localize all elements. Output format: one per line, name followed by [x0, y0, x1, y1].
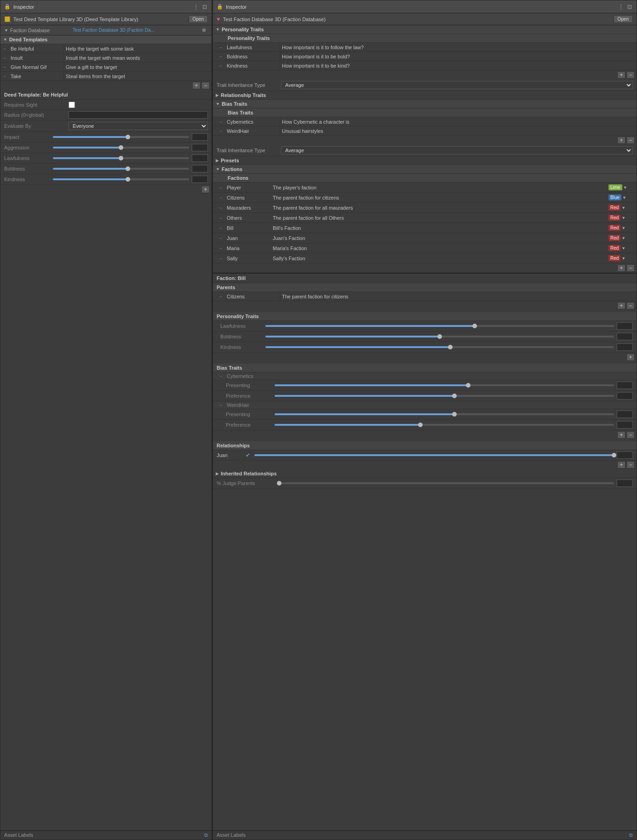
pt-remove-btn[interactable]: − [626, 71, 635, 79]
cybernetics-preference-value[interactable]: 10 [617, 392, 633, 400]
deed-template-add-row: + [0, 185, 212, 194]
deed-template-add-btn[interactable]: + [201, 186, 210, 193]
judge-parents-track[interactable] [279, 482, 614, 484]
faction-row-sally[interactable]: – Sally Sally's Faction Red ▼ [213, 253, 637, 263]
cybernetics-preference-track[interactable] [275, 395, 614, 397]
citizens-color-dropdown[interactable]: ▼ [622, 195, 626, 200]
slider-impact-value[interactable]: 5 [192, 133, 208, 141]
bias-inheritance-label: Trait Inheritance Type [217, 148, 281, 153]
left-window-title: Test Deed Template Library 3D (Deed Temp… [13, 17, 138, 22]
slider-lawfulness-value[interactable]: 0 [192, 154, 208, 162]
rel-check-juan[interactable]: ✔ [244, 451, 252, 459]
faction-row-others[interactable]: – Others The parent faction for all Othe… [213, 213, 637, 223]
others-color-dropdown[interactable]: ▼ [621, 216, 626, 220]
bt-add-btn[interactable]: + [617, 137, 626, 144]
weirdhair-preference-value[interactable]: -27.5 [617, 421, 633, 429]
faction-slider-boldness-track[interactable] [265, 336, 614, 337]
relationship-traits-section[interactable]: ▶ Relationship Traits [213, 91, 637, 100]
presets-section[interactable]: ▶ Presets [213, 156, 637, 165]
left-expand-icon[interactable]: ⊡ [201, 4, 208, 10]
left-open-button[interactable]: Open [189, 15, 208, 23]
faction-row-mauraders[interactable]: – Mauraders The parent faction for all m… [213, 203, 637, 213]
faction-slider-kindness-track[interactable] [265, 346, 614, 348]
parent-row-0[interactable]: – Citizens The parent faction for citize… [213, 292, 637, 301]
factions-subsection: Factions [213, 174, 637, 183]
faction-db-value[interactable]: Test Faction Database 3D (Faction Da... [73, 28, 200, 33]
bt-remove-btn[interactable]: − [626, 137, 635, 144]
faction-row-player[interactable]: – Player The player's faction Lime ▼ [213, 183, 637, 193]
slider-impact-track[interactable] [53, 136, 189, 138]
faction-pt-add-btn[interactable]: + [626, 354, 635, 361]
templates-remove-btn[interactable]: − [201, 82, 210, 89]
template-row-1[interactable]: – Insult Insult the target with mean wor… [0, 53, 212, 63]
slider-kindness-track[interactable] [53, 178, 189, 180]
left-asset-labels-icon[interactable]: ⧉ [204, 832, 208, 838]
faction-row-citizens[interactable]: – Citizens The parent faction for citize… [213, 193, 637, 203]
faction-slider-lawfulness-value[interactable]: 30 [617, 322, 633, 330]
pt-row-2[interactable]: – Kindness How important is it to be kin… [213, 61, 637, 70]
bias-inheritance-select[interactable]: Average [281, 146, 633, 154]
factions-add-btn[interactable]: + [617, 264, 626, 272]
bias-traits-section[interactable]: ▼ Bias Traits [213, 100, 637, 109]
inherited-relationships-section[interactable]: ▶ Inherited Relationships [213, 469, 637, 478]
cybernetics-presenting-track[interactable] [275, 384, 614, 386]
template-row-3[interactable]: – Take Steal items from the target [0, 72, 212, 81]
factions-section[interactable]: ▼ Factions [213, 165, 637, 174]
faction-slider-lawfulness-track[interactable] [265, 325, 614, 327]
radius-input[interactable]: 0 [69, 111, 208, 119]
right-open-button[interactable]: Open [614, 15, 633, 23]
slider-boldness-track[interactable] [53, 168, 189, 170]
faction-slider-boldness-value[interactable]: 0 [617, 333, 633, 340]
faction-row-maria[interactable]: – Maria Maria's Faction Red ▼ [213, 243, 637, 253]
mauraders-color-dropdown[interactable]: ▼ [621, 206, 626, 210]
rel-remove-btn[interactable]: − [626, 461, 635, 469]
parents-add-btn[interactable]: + [617, 302, 626, 309]
rel-add-btn[interactable]: + [617, 461, 626, 469]
pt-row-1[interactable]: – Boldness How important is it to be bol… [213, 52, 637, 61]
pt-row-0[interactable]: – Lawfulness How important is it to foll… [213, 43, 637, 52]
template-row-2[interactable]: – Give Normal Gif Give a gift to the tar… [0, 63, 212, 72]
faction-slider-kindness-value[interactable]: 10 [617, 343, 633, 351]
juan-color-dropdown[interactable]: ▼ [621, 236, 626, 240]
slider-aggression-value[interactable]: 0 [192, 144, 208, 151]
faction-row-juan[interactable]: – Juan Juan's Faction Red ▼ [213, 233, 637, 243]
bt-row-1[interactable]: – WeirdHair Unusual hairstyles [213, 126, 637, 136]
weirdhair-presenting-track[interactable] [275, 413, 614, 415]
faction-bt-remove-btn[interactable]: − [626, 431, 635, 439]
rel-row-juan[interactable]: Juan ✔ 100 [213, 450, 637, 460]
faction-bt-add-btn[interactable]: + [617, 431, 626, 439]
personality-traits-section[interactable]: ▼ Personality Traits [213, 25, 637, 34]
citizens-color-tag: Blue [608, 194, 621, 200]
slider-aggression-track[interactable] [53, 147, 189, 149]
right-asset-labels-icon[interactable]: ⧉ [629, 832, 633, 838]
faction-row-bill[interactable]: – Bill Bill's Faction Red ▼ [213, 223, 637, 233]
template-row-0[interactable]: – Be Helpful Help the target with some t… [0, 44, 212, 53]
slider-kindness-value[interactable]: 5 [192, 176, 208, 183]
maria-color-dropdown[interactable]: ▼ [621, 246, 626, 251]
player-color-dropdown[interactable]: ▼ [623, 185, 627, 190]
slider-lawfulness-track[interactable] [53, 157, 189, 159]
bill-color-dropdown[interactable]: ▼ [621, 226, 626, 230]
deed-templates-section[interactable]: ▼ Deed Templates [0, 35, 212, 44]
rel-value-juan[interactable]: 100 [617, 451, 633, 459]
right-expand-icon[interactable]: ⊡ [626, 4, 633, 10]
faction-db-clear-icon[interactable]: ⊗ [200, 27, 208, 33]
requires-sight-checkbox[interactable] [69, 102, 75, 108]
faction-pt-add-row: + [213, 353, 637, 362]
factions-remove-btn[interactable]: − [626, 264, 635, 272]
judge-parents-value[interactable]: 0 [617, 480, 633, 487]
trait-inheritance-select[interactable]: Average [281, 81, 633, 89]
rel-slider-juan[interactable] [254, 454, 614, 456]
weirdhair-preference-track[interactable] [275, 424, 614, 426]
left-more-icon[interactable]: ⋮ [192, 4, 200, 10]
slider-boldness-value[interactable]: 5 [192, 165, 208, 172]
templates-add-btn[interactable]: + [192, 82, 201, 89]
weirdhair-presenting-value[interactable]: 10 [617, 411, 633, 418]
bt-row-0[interactable]: – Cybernetics How Cybernetic a character… [213, 117, 637, 126]
pt-add-btn[interactable]: + [617, 71, 626, 79]
cybernetics-presenting-value[interactable]: 27.9 [617, 382, 633, 389]
right-more-icon[interactable]: ⋮ [617, 4, 625, 10]
evaluate-by-select[interactable]: Everyone [69, 122, 208, 130]
sally-color-dropdown[interactable]: ▼ [621, 256, 626, 261]
parents-remove-btn[interactable]: − [626, 302, 635, 309]
